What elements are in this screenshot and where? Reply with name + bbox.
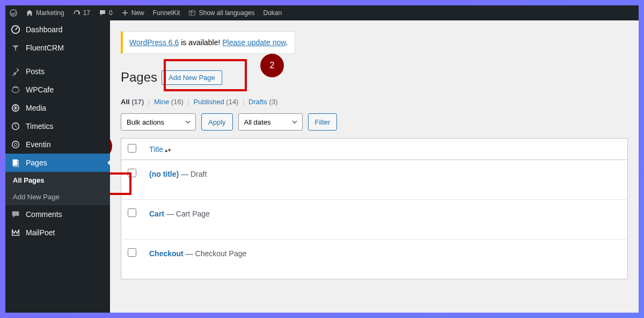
adminbar-funnelkit[interactable]: FunnelKit <box>153 9 180 17</box>
svg-point-7 <box>14 143 17 146</box>
menu-timetics[interactable]: Timetics <box>5 117 110 135</box>
adminbar-languages[interactable]: Show all languages <box>188 9 254 17</box>
new-content[interactable]: New <box>121 9 144 17</box>
pin-icon <box>11 67 20 76</box>
comments-count[interactable]: 0 <box>99 9 113 17</box>
page-header: Pages Add New Page 2 1 <box>121 70 628 85</box>
site-name[interactable]: Marketing <box>26 9 64 17</box>
wp-logo[interactable] <box>10 9 17 17</box>
status-filters: All (17) | Mine (16) | Published (14) | … <box>121 98 628 106</box>
pages-table: Title▴▾ (no title) — Draft Cart — Cart P… <box>121 138 628 279</box>
menu-wpcafe[interactable]: WPCafe <box>5 81 110 99</box>
menu-eventin[interactable]: Eventin <box>5 135 110 154</box>
sort-icon: ▴▾ <box>165 147 171 153</box>
filter-all[interactable]: All (17) <box>121 98 144 106</box>
date-filter-select[interactable]: All dates <box>238 113 303 131</box>
main-content: WordPress 6.6 is available! Please updat… <box>110 20 639 313</box>
submenu-add-new-page[interactable]: Add New Page <box>5 189 110 205</box>
annotation-callout-1: 1 <box>110 134 112 158</box>
list-controls: Bulk actions Apply All dates Filter <box>121 113 628 131</box>
menu-dashboard[interactable]: Dashboard <box>5 20 110 39</box>
menu-posts[interactable]: Posts <box>5 62 110 81</box>
page-link[interactable]: (no title) <box>149 170 179 178</box>
menu-fluentcrm[interactable]: FluentCRM <box>5 39 110 57</box>
menu-media[interactable]: Media <box>5 99 110 117</box>
wp-version-link[interactable]: WordPress 6.6 <box>129 38 179 47</box>
filter-drafts[interactable]: Drafts <box>248 98 267 106</box>
column-title[interactable]: Title▴▾ <box>149 145 171 154</box>
cafe-icon <box>11 85 20 95</box>
table-row: (no title) — Draft <box>121 160 628 200</box>
table-row: Checkout — Checkout Page <box>121 240 628 279</box>
media-icon <box>11 103 20 113</box>
timetics-icon <box>11 121 20 131</box>
svg-point-3 <box>15 29 17 31</box>
page-link[interactable]: Cart <box>149 209 164 218</box>
table-row: Cart — Cart Page <box>121 200 628 240</box>
row-checkbox[interactable] <box>128 208 136 217</box>
fluentcrm-icon <box>11 43 20 53</box>
add-new-page-button[interactable]: Add New Page <box>162 70 222 85</box>
update-now-link[interactable]: Please update now <box>222 38 286 47</box>
submenu-all-pages[interactable]: All Pages <box>5 172 110 189</box>
admin-sidebar: Dashboard FluentCRM Posts WPCafe Media T… <box>5 20 110 313</box>
bulk-actions-select[interactable]: Bulk actions <box>121 113 196 131</box>
page-link[interactable]: Checkout <box>149 249 184 258</box>
svg-rect-1 <box>189 11 195 15</box>
filter-mine[interactable]: Mine <box>154 98 169 106</box>
pages-icon <box>11 158 20 168</box>
menu-comments[interactable]: Comments <box>5 205 110 223</box>
svg-point-6 <box>12 141 19 148</box>
dashboard-icon <box>11 25 20 34</box>
page-title: Pages <box>121 70 157 85</box>
admin-bar: Marketing 17 0 New FunnelKit Show all la… <box>5 5 639 20</box>
update-notice: WordPress 6.6 is available! Please updat… <box>121 31 295 54</box>
filter-published[interactable]: Published <box>194 98 224 106</box>
apply-button[interactable]: Apply <box>201 113 233 131</box>
mailpoet-icon <box>11 228 20 237</box>
menu-mailpoet[interactable]: MailPoet <box>5 223 110 242</box>
select-all-checkbox[interactable] <box>128 144 136 153</box>
updates[interactable]: 17 <box>73 9 90 17</box>
filter-button[interactable]: Filter <box>308 113 338 131</box>
menu-pages[interactable]: Pages <box>5 154 110 172</box>
eventin-icon <box>11 140 20 149</box>
row-checkbox[interactable] <box>128 248 136 257</box>
annotation-callout-2: 2 <box>260 54 284 77</box>
pages-submenu: All Pages Add New Page <box>5 172 110 205</box>
adminbar-dokan[interactable]: Dokan <box>264 9 282 17</box>
row-checkbox[interactable] <box>128 169 136 177</box>
comments-icon <box>11 209 20 219</box>
